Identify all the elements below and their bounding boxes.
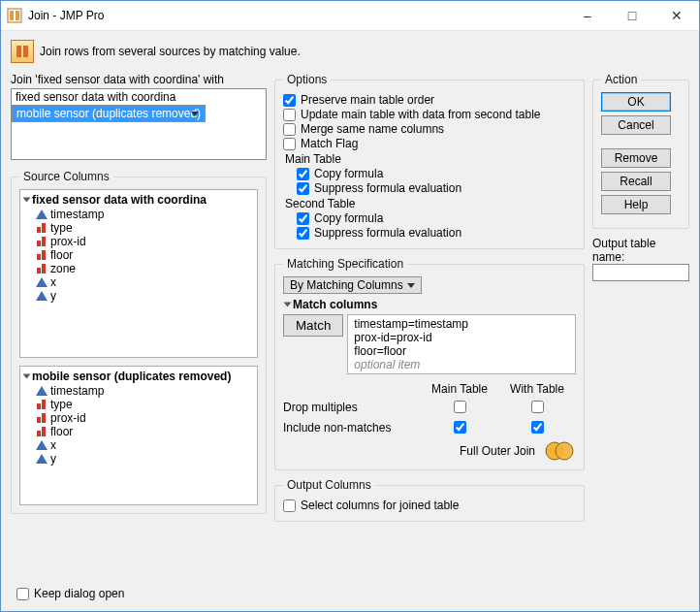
source-columns-1[interactable]: fixed sensor data with coordina timestam… bbox=[19, 189, 258, 358]
ok-button[interactable]: OK bbox=[601, 92, 671, 112]
help-button[interactable]: Help bbox=[601, 195, 671, 214]
join-type-label: Full Outer Join bbox=[460, 444, 535, 458]
remove-button[interactable]: Remove bbox=[601, 148, 671, 168]
include-nonmatches-with-checkbox[interactable] bbox=[531, 421, 544, 434]
app-icon bbox=[7, 8, 22, 23]
main-table-header: Main Table bbox=[421, 382, 498, 396]
match-columns-label: Match columns bbox=[293, 298, 377, 311]
column-name[interactable]: prox-id bbox=[50, 411, 86, 425]
preserve-order-checkbox[interactable] bbox=[283, 94, 296, 107]
match-button[interactable]: Match bbox=[283, 314, 343, 337]
continuous-icon bbox=[36, 454, 48, 464]
merge-same-checkbox[interactable] bbox=[283, 123, 296, 136]
window-title: Join - JMP Pro bbox=[28, 9, 565, 22]
svg-point-6 bbox=[556, 442, 573, 460]
second-copy-formula-checkbox[interactable] bbox=[297, 212, 309, 225]
column-name[interactable]: prox-id bbox=[50, 235, 86, 248]
nominal-icon bbox=[36, 413, 48, 423]
match-pairs-list[interactable]: timestamp=timestamp prox-id=prox-id floo… bbox=[347, 314, 576, 374]
tables-list-item[interactable]: fixed sensor data with coordina bbox=[12, 89, 266, 105]
continuous-icon bbox=[36, 386, 48, 396]
output-name-input[interactable] bbox=[592, 264, 689, 281]
recall-button[interactable]: Recall bbox=[601, 172, 671, 191]
hint-text: Join rows from several sources by matchi… bbox=[40, 45, 301, 58]
continuous-icon bbox=[36, 209, 48, 219]
action-legend: Action bbox=[601, 73, 641, 86]
disclosure-icon[interactable] bbox=[23, 198, 31, 203]
column-name[interactable]: timestamp bbox=[50, 384, 104, 398]
titlebar: Join - JMP Pro – □ ✕ bbox=[1, 1, 699, 31]
main-table-label: Main Table bbox=[285, 152, 576, 166]
second-table-label: Second Table bbox=[285, 197, 576, 210]
column-name[interactable]: type bbox=[50, 221, 73, 235]
svg-rect-3 bbox=[16, 46, 21, 57]
column-name[interactable]: floor bbox=[50, 425, 73, 438]
drop-multiples-label: Drop multiples bbox=[283, 401, 421, 414]
svg-rect-2 bbox=[16, 11, 19, 20]
include-nonmatches-main-checkbox[interactable] bbox=[454, 421, 466, 434]
matching-spec-legend: Matching Specification bbox=[283, 257, 407, 271]
match-pair[interactable]: floor=floor bbox=[354, 344, 569, 358]
column-name[interactable]: type bbox=[50, 398, 73, 411]
column-name[interactable]: y bbox=[50, 289, 56, 303]
tables-list-item[interactable]: mobile sensor (duplicates removed) bbox=[12, 105, 206, 122]
second-suppress-checkbox[interactable] bbox=[297, 227, 309, 240]
table-name: fixed sensor data with coordina bbox=[32, 193, 207, 207]
match-flag-checkbox[interactable] bbox=[283, 138, 296, 150]
main-copy-formula-checkbox[interactable] bbox=[297, 168, 309, 180]
with-table-header: With Table bbox=[498, 382, 576, 396]
minimize-button[interactable]: – bbox=[565, 1, 610, 30]
column-name[interactable]: x bbox=[50, 275, 56, 289]
disclosure-icon[interactable] bbox=[284, 303, 292, 307]
join-icon bbox=[11, 40, 34, 63]
drop-multiples-with-checkbox[interactable] bbox=[531, 401, 544, 413]
column-name[interactable]: timestamp bbox=[50, 208, 104, 221]
table-name: mobile sensor (duplicates removed) bbox=[32, 370, 231, 383]
maximize-button[interactable]: □ bbox=[610, 1, 654, 30]
output-columns-legend: Output Columns bbox=[283, 478, 375, 492]
source-columns-2[interactable]: mobile sensor (duplicates removed) times… bbox=[19, 366, 258, 505]
column-name[interactable]: y bbox=[50, 452, 56, 466]
select-columns-checkbox[interactable] bbox=[283, 499, 296, 512]
nominal-icon bbox=[36, 264, 48, 274]
nominal-icon bbox=[36, 223, 48, 233]
drop-multiples-main-checkbox[interactable] bbox=[454, 401, 466, 413]
join-with-label: Join 'fixed sensor data with coordina' w… bbox=[11, 73, 267, 86]
continuous-icon bbox=[36, 277, 48, 287]
nominal-icon bbox=[36, 400, 48, 409]
include-nonmatches-label: Include non-matches bbox=[283, 421, 421, 435]
main-suppress-checkbox[interactable] bbox=[297, 182, 309, 195]
svg-rect-4 bbox=[23, 46, 28, 57]
options-legend: Options bbox=[283, 73, 331, 86]
continuous-icon bbox=[36, 440, 48, 450]
continuous-icon bbox=[36, 291, 48, 301]
match-mode-select[interactable]: By Matching Columns bbox=[283, 276, 422, 294]
column-name[interactable]: x bbox=[50, 438, 56, 452]
hint-row: Join rows from several sources by matchi… bbox=[11, 40, 689, 63]
source-columns-legend: Source Columns bbox=[19, 170, 113, 183]
output-name-label: Output table name: bbox=[592, 237, 689, 264]
match-pair[interactable]: timestamp=timestamp bbox=[354, 317, 569, 331]
match-pair-placeholder[interactable]: optional item bbox=[354, 358, 569, 371]
nominal-icon bbox=[36, 250, 48, 260]
close-button[interactable]: ✕ bbox=[654, 1, 699, 30]
match-pair[interactable]: prox-id=prox-id bbox=[354, 331, 569, 344]
tables-list[interactable]: fixed sensor data with coordina mobile s… bbox=[11, 88, 267, 160]
cancel-button[interactable]: Cancel bbox=[601, 115, 671, 135]
venn-icon bbox=[543, 440, 576, 462]
nominal-icon bbox=[36, 237, 48, 246]
update-main-checkbox[interactable] bbox=[283, 109, 296, 121]
keep-dialog-open-checkbox[interactable] bbox=[16, 588, 29, 600]
nominal-icon bbox=[36, 427, 48, 436]
column-name[interactable]: floor bbox=[50, 248, 73, 262]
disclosure-icon[interactable] bbox=[23, 374, 31, 379]
column-name[interactable]: zone bbox=[50, 262, 76, 275]
svg-rect-1 bbox=[10, 11, 14, 20]
